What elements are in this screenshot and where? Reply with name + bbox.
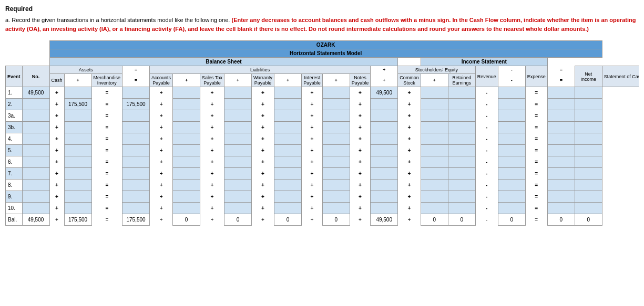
retained-3a[interactable] — [421, 110, 448, 122]
interest-3b[interactable] — [274, 122, 302, 133]
notes-8[interactable] — [322, 180, 350, 191]
acct-pay-8[interactable] — [122, 180, 150, 191]
sales-tax-4[interactable] — [173, 133, 200, 145]
netincome-9[interactable] — [547, 191, 575, 203]
revenue-bal[interactable]: 0 — [448, 214, 475, 226]
warranty-5[interactable] — [224, 145, 251, 156]
retained-7[interactable] — [421, 168, 448, 180]
cashflow-6[interactable] — [575, 156, 602, 168]
expense-5[interactable] — [498, 145, 525, 156]
cash-5[interactable] — [22, 145, 49, 156]
notes-1[interactable] — [322, 87, 350, 99]
netincome-bal[interactable]: 0 — [547, 214, 575, 226]
common-1[interactable]: 49,500 — [371, 87, 398, 99]
interest-9[interactable] — [274, 191, 302, 203]
acct-pay-5[interactable] — [122, 145, 150, 156]
cashflow-2[interactable] — [575, 99, 602, 110]
merch-3a[interactable] — [64, 110, 91, 122]
merch-2[interactable]: 175,500 — [64, 99, 91, 110]
netincome-8[interactable] — [547, 180, 575, 191]
common-bal[interactable]: 49,500 — [371, 214, 398, 226]
interest-7[interactable] — [274, 168, 302, 180]
sales-tax-5[interactable] — [173, 145, 200, 156]
interest-5[interactable] — [274, 145, 302, 156]
revenue-6[interactable] — [448, 156, 475, 168]
netincome-4[interactable] — [547, 133, 575, 145]
netincome-1[interactable] — [547, 87, 575, 99]
notes-2[interactable] — [322, 99, 350, 110]
cash-3b[interactable] — [22, 122, 49, 133]
expense-10[interactable] — [498, 203, 525, 214]
expense-3a[interactable] — [498, 110, 525, 122]
warranty-bal[interactable]: 0 — [224, 214, 251, 226]
merch-7[interactable] — [64, 168, 91, 180]
cash-10[interactable] — [22, 203, 49, 214]
notes-bal[interactable]: 0 — [322, 214, 350, 226]
common-2[interactable] — [371, 99, 398, 110]
revenue-3b[interactable] — [448, 122, 475, 133]
warranty-2[interactable] — [224, 99, 251, 110]
revenue-5[interactable] — [448, 145, 475, 156]
cashflow-4[interactable] — [575, 133, 602, 145]
cash-1[interactable]: 49,500 — [22, 87, 49, 99]
common-10[interactable] — [371, 203, 398, 214]
revenue-3a[interactable] — [448, 110, 475, 122]
retained-4[interactable] — [421, 133, 448, 145]
cash-6[interactable] — [22, 156, 49, 168]
merch-4[interactable] — [64, 133, 91, 145]
netincome-2[interactable] — [547, 99, 575, 110]
merch-3b[interactable] — [64, 122, 91, 133]
retained-bal[interactable]: 0 — [421, 214, 448, 226]
interest-4[interactable] — [274, 133, 302, 145]
common-8[interactable] — [371, 180, 398, 191]
notes-5[interactable] — [322, 145, 350, 156]
netincome-6[interactable] — [547, 156, 575, 168]
common-7[interactable] — [371, 168, 398, 180]
merch-9[interactable] — [64, 191, 91, 203]
common-4[interactable] — [371, 133, 398, 145]
warranty-10[interactable] — [224, 203, 251, 214]
expense-9[interactable] — [498, 191, 525, 203]
revenue-9[interactable] — [448, 191, 475, 203]
notes-10[interactable] — [322, 203, 350, 214]
notes-3b[interactable] — [322, 122, 350, 133]
merch-5[interactable] — [64, 145, 91, 156]
interest-3a[interactable] — [274, 110, 302, 122]
merch-1[interactable] — [64, 87, 91, 99]
warranty-4[interactable] — [224, 133, 251, 145]
common-3a[interactable] — [371, 110, 398, 122]
notes-3a[interactable] — [322, 110, 350, 122]
sales-tax-3b[interactable] — [173, 122, 200, 133]
retained-5[interactable] — [421, 145, 448, 156]
common-6[interactable] — [371, 156, 398, 168]
cashflow-10[interactable] — [575, 203, 602, 214]
cashflow-1[interactable] — [575, 87, 602, 99]
warranty-9[interactable] — [224, 191, 251, 203]
warranty-8[interactable] — [224, 180, 251, 191]
expense-4[interactable] — [498, 133, 525, 145]
notes-4[interactable] — [322, 133, 350, 145]
merch-10[interactable] — [64, 203, 91, 214]
netincome-3a[interactable] — [547, 110, 575, 122]
warranty-1[interactable] — [224, 87, 251, 99]
merch-8[interactable] — [64, 180, 91, 191]
retained-8[interactable] — [421, 180, 448, 191]
acct-pay-3a[interactable] — [122, 110, 150, 122]
warranty-3b[interactable] — [224, 122, 251, 133]
sales-tax-9[interactable] — [173, 191, 200, 203]
warranty-3a[interactable] — [224, 110, 251, 122]
sales-tax-8[interactable] — [173, 180, 200, 191]
acct-pay-6[interactable] — [122, 156, 150, 168]
interest-1[interactable] — [274, 87, 302, 99]
interest-10[interactable] — [274, 203, 302, 214]
interest-8[interactable] — [274, 180, 302, 191]
expense-3b[interactable] — [498, 122, 525, 133]
cash-8[interactable] — [22, 180, 49, 191]
netincome-5[interactable] — [547, 145, 575, 156]
cashflow-3a[interactable] — [575, 110, 602, 122]
warranty-7[interactable] — [224, 168, 251, 180]
expense-8[interactable] — [498, 180, 525, 191]
revenue-10[interactable] — [448, 203, 475, 214]
acct-pay-10[interactable] — [122, 203, 150, 214]
merch-bal[interactable]: 175,500 — [64, 214, 91, 226]
